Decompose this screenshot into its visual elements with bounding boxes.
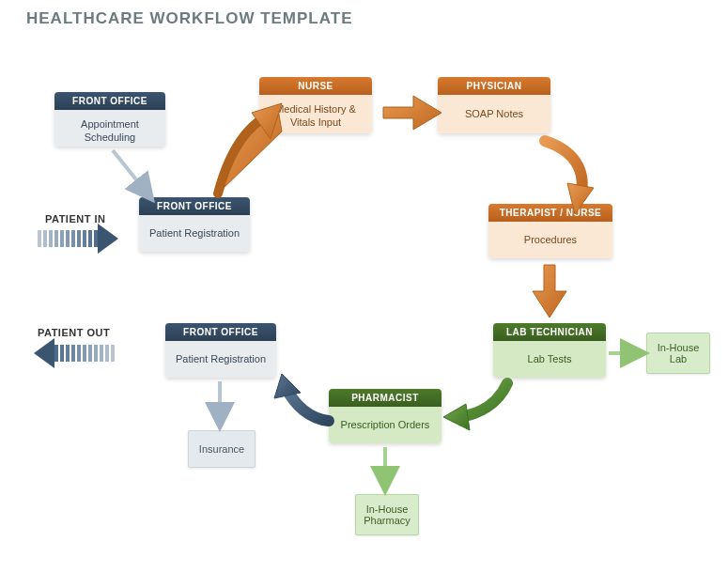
node-front-office-2: FRONT OFFICE Patient Registration bbox=[139, 197, 250, 252]
node-header: NURSE bbox=[259, 77, 372, 95]
svg-marker-1 bbox=[34, 338, 54, 368]
node-front-office-3: FRONT OFFICE Patient Registration bbox=[165, 323, 276, 378]
node-lab-tech: LAB TECHNICIAN Lab Tests bbox=[493, 323, 606, 378]
page-title: HEALTHCARE WORKFLOW TEMPLATE bbox=[26, 9, 353, 28]
node-body: Procedures bbox=[488, 222, 612, 258]
node-body: Medical History & Vitals Input bbox=[259, 95, 372, 133]
svg-marker-8 bbox=[533, 265, 566, 317]
node-physician: PHYSICIAN SOAP Notes bbox=[438, 77, 550, 133]
node-body: Appointment Scheduling bbox=[54, 110, 165, 147]
box-insurance: Insurance bbox=[188, 430, 256, 468]
svg-line-4 bbox=[113, 150, 150, 197]
svg-marker-0 bbox=[98, 224, 118, 254]
node-front-office-1: FRONT OFFICE Appointment Scheduling bbox=[54, 92, 165, 147]
arrow-patient-in bbox=[38, 224, 126, 254]
node-header: FRONT OFFICE bbox=[165, 323, 276, 341]
node-body: Patient Registration bbox=[165, 341, 276, 378]
node-body: Prescription Orders bbox=[329, 407, 441, 443]
node-nurse: NURSE Medical History & Vitals Input bbox=[259, 77, 372, 133]
svg-marker-6 bbox=[383, 96, 441, 130]
node-header: PHARMACIST bbox=[329, 389, 441, 407]
node-body: Patient Registration bbox=[139, 215, 250, 252]
arrow-patient-out bbox=[26, 338, 115, 368]
node-header: PHYSICIAN bbox=[438, 77, 550, 95]
node-therapist: THERAPIST / NURSE Procedures bbox=[488, 204, 612, 258]
node-header: THERAPIST / NURSE bbox=[488, 204, 612, 222]
node-header: FRONT OFFICE bbox=[139, 197, 250, 215]
label-patient-out: PATIENT OUT bbox=[38, 327, 110, 338]
node-header: FRONT OFFICE bbox=[54, 92, 165, 110]
box-in-house-pharmacy: In-House Pharmacy bbox=[355, 494, 419, 535]
node-header: LAB TECHNICIAN bbox=[493, 323, 606, 341]
node-body: SOAP Notes bbox=[438, 95, 550, 133]
box-in-house-lab: In-House Lab bbox=[646, 333, 710, 374]
svg-marker-12 bbox=[274, 374, 301, 398]
node-pharmacist: PHARMACIST Prescription Orders bbox=[329, 389, 441, 443]
node-body: Lab Tests bbox=[493, 341, 606, 378]
svg-marker-10 bbox=[443, 404, 470, 430]
